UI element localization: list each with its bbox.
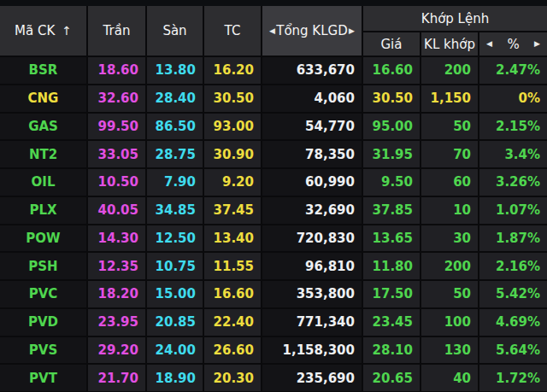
cell-stock-code[interactable]: PVC <box>0 280 87 308</box>
cell-reference-price: 30.50 <box>203 85 262 113</box>
cell-matched-volume: 40 <box>421 364 479 392</box>
cell-total-volume: 96,810 <box>262 252 362 280</box>
stock-price-board: Mã CK ↑ Trần Sàn TC ◀ Tổng KLGD ▶ Khớp L… <box>0 0 547 392</box>
cell-ceiling-price: 23.95 <box>87 308 146 336</box>
table-row[interactable]: PLX 40.05 34.85 37.45 32,690 37.85 10 1.… <box>0 196 547 225</box>
cell-reference-price: 30.90 <box>203 140 262 168</box>
cell-stock-code[interactable]: PSH <box>0 252 87 280</box>
cell-matched-volume: 30 <box>421 225 479 253</box>
cell-ceiling-price: 32.60 <box>87 85 146 113</box>
table-row[interactable]: BSR 18.60 13.80 16.20 633,670 16.60 200 … <box>0 56 547 85</box>
cell-stock-code[interactable]: NT2 <box>0 140 87 168</box>
cell-percent-change: 1.72% <box>479 364 547 392</box>
table-row[interactable]: PVS 29.20 24.00 26.60 1,158,300 28.10 13… <box>0 336 547 365</box>
cell-matched-price: 9.50 <box>362 168 421 196</box>
cell-stock-code[interactable]: PVD <box>0 308 87 336</box>
cell-floor-price: 34.85 <box>146 196 203 225</box>
column-header-matched-price: Giá <box>362 32 421 56</box>
column-header-stock-code-label: Mã CK <box>15 23 55 38</box>
cell-stock-code[interactable]: OIL <box>0 168 87 196</box>
cell-matched-volume: 1,150 <box>421 85 479 113</box>
column-header-total-volume-label: Tổng KLGD <box>276 23 348 38</box>
cell-floor-price: 13.80 <box>146 56 203 85</box>
cell-matched-volume: 10 <box>421 196 479 225</box>
table-row[interactable]: PVT 21.70 18.90 20.30 235,690 20.65 40 1… <box>0 364 547 392</box>
cell-percent-change: 1.07% <box>479 196 547 225</box>
column-header-percent-change: ◀ % ▶ <box>479 32 547 56</box>
column-header-percent-label: % <box>507 37 519 52</box>
cell-percent-change: 1.87% <box>479 225 547 253</box>
cell-total-volume: 1,158,300 <box>262 336 362 365</box>
cell-matched-volume: 50 <box>421 113 479 141</box>
cell-percent-change: 3.26% <box>479 168 547 196</box>
column-header-total-volume: ◀ Tổng KLGD ▶ <box>262 6 362 56</box>
cell-total-volume: 78,350 <box>262 140 362 168</box>
cell-stock-code[interactable]: GAS <box>0 113 87 141</box>
cell-stock-code[interactable]: CNG <box>0 85 87 113</box>
cell-ceiling-price: 29.20 <box>87 336 146 365</box>
cell-percent-change: 3.4% <box>479 140 547 168</box>
cell-ceiling-price: 21.70 <box>87 364 146 392</box>
cell-stock-code[interactable]: PVS <box>0 336 87 365</box>
cell-reference-price: 37.45 <box>203 196 262 225</box>
cell-matched-price: 37.85 <box>362 196 421 225</box>
cell-ceiling-price: 10.50 <box>87 168 146 196</box>
cell-stock-code[interactable]: PVT <box>0 364 87 392</box>
column-header-reference: TC <box>203 6 262 56</box>
cell-matched-volume: 130 <box>421 336 479 365</box>
cell-matched-price: 11.80 <box>362 252 421 280</box>
cell-matched-volume: 200 <box>421 252 479 280</box>
cell-percent-change: 2.16% <box>479 252 547 280</box>
cell-floor-price: 28.75 <box>146 140 203 168</box>
cell-ceiling-price: 99.50 <box>87 113 146 141</box>
cell-matched-volume: 60 <box>421 168 479 196</box>
table-row[interactable]: CNG 32.60 28.40 30.50 4,060 30.50 1,150 … <box>0 85 547 113</box>
cell-total-volume: 4,060 <box>262 85 362 113</box>
column-header-stock-code[interactable]: Mã CK ↑ <box>0 6 87 56</box>
cell-matched-price: 13.65 <box>362 225 421 253</box>
cell-floor-price: 15.00 <box>146 280 203 308</box>
cell-ceiling-price: 14.30 <box>87 225 146 253</box>
table-row[interactable]: GAS 99.50 86.50 93.00 54,770 95.00 50 2.… <box>0 113 547 141</box>
cell-reference-price: 16.60 <box>203 280 262 308</box>
cell-stock-code[interactable]: BSR <box>0 56 87 85</box>
cell-matched-volume: 100 <box>421 308 479 336</box>
cell-matched-price: 28.10 <box>362 336 421 365</box>
cell-reference-price: 20.30 <box>203 364 262 392</box>
cell-floor-price: 10.75 <box>146 252 203 280</box>
cell-matched-volume: 200 <box>421 56 479 85</box>
cell-reference-price: 9.20 <box>203 168 262 196</box>
table-row[interactable]: PVD 23.95 20.85 22.40 771,340 23.45 100 … <box>0 308 547 336</box>
cell-stock-code[interactable]: POW <box>0 225 87 253</box>
cell-floor-price: 28.40 <box>146 85 203 113</box>
cell-ceiling-price: 33.05 <box>87 140 146 168</box>
cell-percent-change: 5.42% <box>479 280 547 308</box>
cell-matched-volume: 70 <box>421 140 479 168</box>
sort-ascending-icon[interactable]: ↑ <box>62 24 72 38</box>
table-row[interactable]: NT2 33.05 28.75 30.90 78,350 31.95 70 3.… <box>0 140 547 168</box>
table-row[interactable]: POW 14.30 12.50 13.40 720,830 13.65 30 1… <box>0 225 547 253</box>
cell-floor-price: 20.85 <box>146 308 203 336</box>
cell-percent-change: 4.69% <box>479 308 547 336</box>
cell-matched-price: 31.95 <box>362 140 421 168</box>
stock-table: Mã CK ↑ Trần Sàn TC ◀ Tổng KLGD ▶ Khớp L… <box>0 6 547 392</box>
cell-stock-code[interactable]: PLX <box>0 196 87 225</box>
cell-matched-price: 20.65 <box>362 364 421 392</box>
chevron-right-icon[interactable]: ▶ <box>349 27 355 35</box>
cell-matched-price: 23.45 <box>362 308 421 336</box>
cell-reference-price: 13.40 <box>203 225 262 253</box>
table-row[interactable]: PVC 18.20 15.00 16.60 353,800 17.50 50 5… <box>0 280 547 308</box>
cell-total-volume: 60,990 <box>262 168 362 196</box>
chevron-right-icon[interactable]: ▶ <box>534 40 540 48</box>
chevron-left-icon[interactable]: ◀ <box>269 27 275 35</box>
column-header-floor: Sàn <box>146 6 203 56</box>
cell-matched-price: 17.50 <box>362 280 421 308</box>
chevron-left-icon[interactable]: ◀ <box>486 40 492 48</box>
table-row[interactable]: OIL 10.50 7.90 9.20 60,990 9.50 60 3.26% <box>0 168 547 196</box>
cell-floor-price: 86.50 <box>146 113 203 141</box>
cell-ceiling-price: 18.60 <box>87 56 146 85</box>
cell-reference-price: 93.00 <box>203 113 262 141</box>
cell-floor-price: 18.90 <box>146 364 203 392</box>
table-row[interactable]: PSH 12.35 10.75 11.55 96,810 11.80 200 2… <box>0 252 547 280</box>
stock-table-body: BSR 18.60 13.80 16.20 633,670 16.60 200 … <box>0 56 547 392</box>
